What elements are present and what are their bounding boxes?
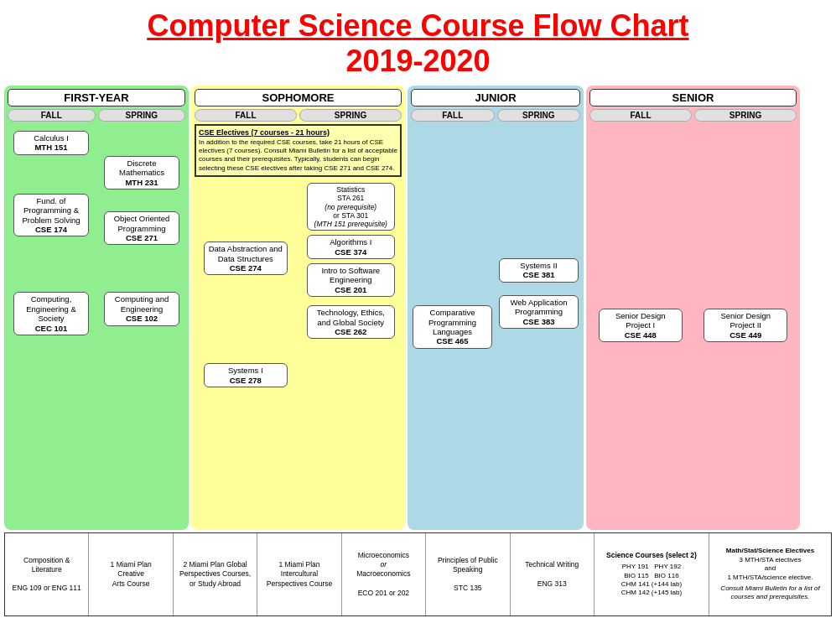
web-app-box: Web Application Programming CSE 383 (499, 295, 579, 329)
math-stat-cell: Math/Stat/Science Electives 3 MTH/STA el… (709, 533, 831, 615)
title-section: Computer Science Course Flow Chart 2019-… (0, 0, 836, 86)
discrete-box: Discrete Mathematics MTH 231 (104, 156, 179, 190)
science-cell: Science Courses (select 2) PHY 191 PHY 1… (595, 533, 709, 615)
sr-fall-label: FALL (589, 109, 692, 122)
calculus-box: Calculus I MTH 151 (13, 131, 89, 155)
tech-ethics-box: Technology, Ethics, and Global Society C… (307, 305, 395, 339)
data-abs-code: CSE 274 (208, 263, 283, 273)
page-title: Computer Science Course Flow Chart (4, 8, 832, 44)
micro-macro-line2: or (356, 560, 410, 569)
miami-creative-line2: Creative (111, 569, 152, 579)
miami-creative-line1: 1 Miami Plan (111, 560, 152, 569)
fy-spring-label: SPRING (98, 109, 186, 122)
senior-design1-box: Senior Design Project I CSE 448 (599, 309, 683, 342)
soph-semester-row: FALL SPRING (195, 109, 402, 122)
algorithms-box: Algorithms I CSE 374 (307, 235, 395, 259)
systems2-code: CSE 381 (503, 270, 574, 279)
algorithms-code: CSE 374 (311, 247, 391, 257)
intro-se-box: Intro to Software Engineering CSE 201 (307, 263, 395, 297)
jr-semester-row: FALL SPRING (411, 109, 580, 122)
intro-se-name: Intro to Software Engineering (311, 266, 391, 285)
senior-design1-name: Senior Design Project I (603, 311, 678, 330)
tech-writing-text: Technical Writing (525, 560, 579, 569)
calculus-code: MTH 151 (18, 143, 85, 152)
public-speaking-code: STC 135 (429, 584, 506, 593)
junior-header: JUNIOR (411, 89, 580, 106)
calculus-name: Calculus I (18, 133, 85, 143)
miami-creative-cell: 1 Miami Plan Creative Arts Course (89, 533, 173, 615)
fy-semester-row: FALL SPRING (8, 109, 185, 122)
miami-intercultural-text: 1 Miami Plan Intercultural Perspectives … (261, 560, 337, 588)
tech-ethics-name: Technology, Ethics, and Global Society (311, 308, 391, 327)
title-rest: Course Flow Chart (413, 8, 689, 43)
flow-chart: FIRST-YEAR FALL SPRING Calculus I MTH 15… (4, 86, 832, 530)
public-speaking-text: Principles of Public Speaking (429, 556, 506, 574)
micro-macro-line1: Microeconomics (356, 551, 410, 560)
science-header: Science Courses (select 2) (606, 551, 697, 560)
comp-lang-name: Comparative Programming Languages (417, 308, 488, 336)
micro-macro-cell: Microeconomics or Macroeconomics ECO 201… (342, 533, 426, 615)
cec-code: CEC 101 (18, 324, 85, 333)
electives-text: In addition to the required CSE courses,… (199, 138, 397, 174)
math-stat-line1: Math/Stat/Science Electives (713, 547, 828, 555)
fy-fall-label: FALL (8, 109, 96, 122)
algorithms-name: Algorithms I (311, 237, 391, 247)
electives-notice: CSE Electives (7 courses - 21 hours) In … (195, 124, 402, 177)
systems1-name: Systems I (208, 366, 283, 375)
discrete-name: Discrete Mathematics (108, 158, 175, 178)
soph-spring-label: SPRING (299, 109, 402, 122)
comp-lit-line1: Composition & (13, 556, 81, 565)
systems1-box: Systems I CSE 278 (204, 363, 288, 387)
math-stat-line5: Consult Miami Bulletin for a list of cou… (713, 584, 828, 602)
tech-ethics-code: CSE 262 (311, 327, 391, 336)
electives-title: CSE Electives (7 courses - 21 hours) (199, 128, 397, 138)
senior-design2-name: Senior Design Project II (708, 311, 783, 330)
discrete-code: MTH 231 (108, 178, 175, 187)
jr-spring-label: SPRING (497, 109, 581, 122)
intro-se-code: CSE 201 (311, 285, 391, 294)
micro-macro-line3: Macroeconomics (356, 569, 410, 579)
oop-box: Object Oriented Programming CSE 271 (104, 211, 179, 245)
data-abs-name: Data Abstraction and Data Structures (208, 244, 283, 263)
sophomore-column: SOPHOMORE FALL SPRING CSE Electives (7 c… (191, 86, 405, 530)
oop-name: Object Oriented Programming (108, 214, 175, 233)
public-speaking-cell: Principles of Public Speaking STC 135 (426, 533, 510, 615)
computing-code: CSE 102 (108, 314, 175, 323)
soph-fall-label: FALL (195, 109, 297, 122)
fund-prog-code: CSE 174 (18, 225, 85, 234)
cec-name: Computing, Engineering & Society (18, 294, 85, 323)
senior-design2-box: Senior Design Project II CSE 449 (704, 309, 787, 342)
jr-fall-label: FALL (411, 109, 495, 122)
tech-writing-code: ENG 313 (525, 579, 579, 589)
senior-design2-code: CSE 449 (708, 330, 783, 340)
cec-box: Computing, Engineering & Society CEC 101 (13, 292, 89, 335)
systems1-code: CSE 278 (208, 376, 283, 385)
computing-box: Computing and Engineering CSE 102 (104, 292, 179, 325)
comp-lit-line2: Literature (13, 565, 81, 574)
math-stat-line4: 1 MTH/STA/science elective. (713, 574, 828, 582)
miami-intercultural-cell: 1 Miami Plan Intercultural Perspectives … (257, 533, 341, 615)
comp-lit-cell: Composition & Literature ENG 109 or ENG … (5, 533, 89, 615)
comp-lang-code: CSE 465 (417, 336, 488, 345)
oop-code: CSE 271 (108, 233, 175, 242)
sophomore-header: SOPHOMORE (195, 89, 402, 106)
web-app-name: Web Application Programming (503, 298, 574, 317)
systems2-name: Systems II (503, 261, 574, 270)
fund-prog-name: Fund. of Programming & Problem Solving (18, 196, 85, 225)
senior-design1-code: CSE 448 (603, 330, 678, 340)
first-year-header: FIRST-YEAR (8, 89, 185, 106)
science-courses: PHY 191 PHY 192BIO 115 BIO 116CHM 141 (+… (606, 563, 697, 598)
miami-creative-line3: Arts Course (111, 579, 152, 589)
miami-global-text: 2 Miami Plan Global Perspectives Courses… (177, 560, 253, 588)
comp-lang-box: Comparative Programming Languages CSE 46… (413, 305, 492, 349)
computing-name: Computing and Engineering (108, 294, 175, 314)
senior-column: SENIOR FALL SPRING Senior Design Project… (586, 86, 800, 530)
statistics-name: StatisticsSTA 261(no prerequisite)or STA… (311, 185, 391, 228)
sr-semester-row: FALL SPRING (589, 109, 797, 122)
web-app-code: CSE 383 (503, 317, 574, 326)
math-stat-line3: and (713, 564, 828, 573)
tech-writing-cell: Technical Writing ENG 313 (511, 533, 595, 615)
miami-global-cell: 2 Miami Plan Global Perspectives Courses… (174, 533, 257, 615)
junior-column: JUNIOR FALL SPRING Comparative Programmi… (408, 86, 584, 530)
title-cs: Computer Science (147, 8, 412, 43)
